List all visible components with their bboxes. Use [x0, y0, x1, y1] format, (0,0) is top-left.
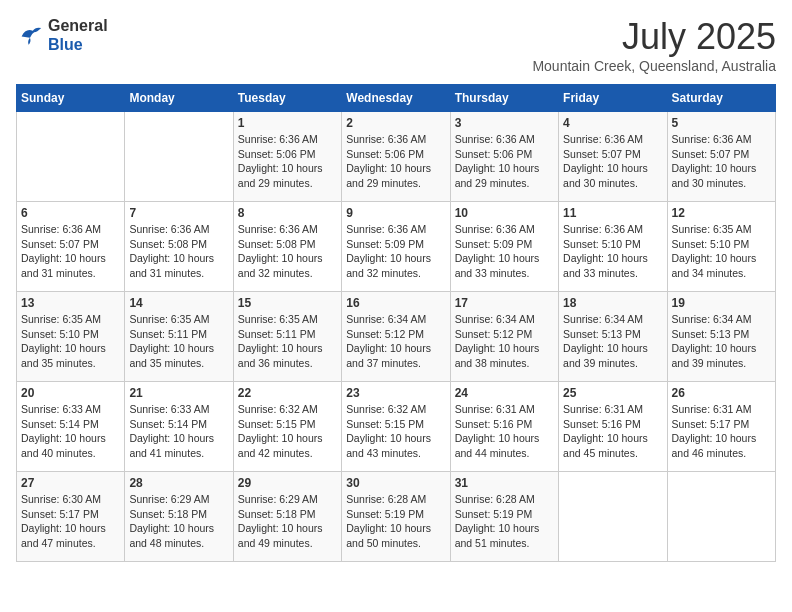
week-row-3: 13Sunrise: 6:35 AM Sunset: 5:10 PM Dayli… [17, 292, 776, 382]
calendar-table: SundayMondayTuesdayWednesdayThursdayFrid… [16, 84, 776, 562]
day-info: Sunrise: 6:33 AM Sunset: 5:14 PM Dayligh… [21, 402, 120, 461]
calendar-cell: 14Sunrise: 6:35 AM Sunset: 5:11 PM Dayli… [125, 292, 233, 382]
week-row-2: 6Sunrise: 6:36 AM Sunset: 5:07 PM Daylig… [17, 202, 776, 292]
day-info: Sunrise: 6:35 AM Sunset: 5:11 PM Dayligh… [238, 312, 337, 371]
weekday-header-row: SundayMondayTuesdayWednesdayThursdayFrid… [17, 85, 776, 112]
day-number: 5 [672, 116, 771, 130]
day-number: 17 [455, 296, 554, 310]
calendar-cell: 19Sunrise: 6:34 AM Sunset: 5:13 PM Dayli… [667, 292, 775, 382]
month-year: July 2025 [532, 16, 776, 58]
calendar-cell [125, 112, 233, 202]
day-info: Sunrise: 6:36 AM Sunset: 5:08 PM Dayligh… [238, 222, 337, 281]
calendar-cell: 8Sunrise: 6:36 AM Sunset: 5:08 PM Daylig… [233, 202, 341, 292]
week-row-5: 27Sunrise: 6:30 AM Sunset: 5:17 PM Dayli… [17, 472, 776, 562]
day-info: Sunrise: 6:35 AM Sunset: 5:11 PM Dayligh… [129, 312, 228, 371]
weekday-header-wednesday: Wednesday [342, 85, 450, 112]
calendar-cell: 28Sunrise: 6:29 AM Sunset: 5:18 PM Dayli… [125, 472, 233, 562]
calendar-cell: 31Sunrise: 6:28 AM Sunset: 5:19 PM Dayli… [450, 472, 558, 562]
day-number: 1 [238, 116, 337, 130]
weekday-header-thursday: Thursday [450, 85, 558, 112]
day-info: Sunrise: 6:36 AM Sunset: 5:06 PM Dayligh… [346, 132, 445, 191]
day-number: 22 [238, 386, 337, 400]
location: Mountain Creek, Queensland, Australia [532, 58, 776, 74]
logo: General Blue [16, 16, 108, 54]
day-number: 2 [346, 116, 445, 130]
day-number: 23 [346, 386, 445, 400]
day-number: 29 [238, 476, 337, 490]
day-number: 8 [238, 206, 337, 220]
day-info: Sunrise: 6:29 AM Sunset: 5:18 PM Dayligh… [129, 492, 228, 551]
day-number: 16 [346, 296, 445, 310]
calendar-cell: 26Sunrise: 6:31 AM Sunset: 5:17 PM Dayli… [667, 382, 775, 472]
day-number: 3 [455, 116, 554, 130]
day-number: 10 [455, 206, 554, 220]
day-info: Sunrise: 6:29 AM Sunset: 5:18 PM Dayligh… [238, 492, 337, 551]
day-info: Sunrise: 6:31 AM Sunset: 5:16 PM Dayligh… [455, 402, 554, 461]
day-info: Sunrise: 6:36 AM Sunset: 5:07 PM Dayligh… [21, 222, 120, 281]
title-area: July 2025 Mountain Creek, Queensland, Au… [532, 16, 776, 74]
day-number: 12 [672, 206, 771, 220]
day-number: 14 [129, 296, 228, 310]
day-number: 18 [563, 296, 662, 310]
day-info: Sunrise: 6:31 AM Sunset: 5:16 PM Dayligh… [563, 402, 662, 461]
day-info: Sunrise: 6:33 AM Sunset: 5:14 PM Dayligh… [129, 402, 228, 461]
day-number: 20 [21, 386, 120, 400]
calendar-cell: 3Sunrise: 6:36 AM Sunset: 5:06 PM Daylig… [450, 112, 558, 202]
calendar-cell: 16Sunrise: 6:34 AM Sunset: 5:12 PM Dayli… [342, 292, 450, 382]
calendar-cell: 15Sunrise: 6:35 AM Sunset: 5:11 PM Dayli… [233, 292, 341, 382]
calendar-cell: 23Sunrise: 6:32 AM Sunset: 5:15 PM Dayli… [342, 382, 450, 472]
day-info: Sunrise: 6:28 AM Sunset: 5:19 PM Dayligh… [455, 492, 554, 551]
day-info: Sunrise: 6:36 AM Sunset: 5:09 PM Dayligh… [455, 222, 554, 281]
day-info: Sunrise: 6:32 AM Sunset: 5:15 PM Dayligh… [238, 402, 337, 461]
day-info: Sunrise: 6:36 AM Sunset: 5:08 PM Dayligh… [129, 222, 228, 281]
day-info: Sunrise: 6:34 AM Sunset: 5:13 PM Dayligh… [563, 312, 662, 371]
day-number: 24 [455, 386, 554, 400]
logo-line2: Blue [48, 35, 108, 54]
week-row-4: 20Sunrise: 6:33 AM Sunset: 5:14 PM Dayli… [17, 382, 776, 472]
day-number: 15 [238, 296, 337, 310]
calendar-cell: 10Sunrise: 6:36 AM Sunset: 5:09 PM Dayli… [450, 202, 558, 292]
day-number: 9 [346, 206, 445, 220]
calendar-cell: 4Sunrise: 6:36 AM Sunset: 5:07 PM Daylig… [559, 112, 667, 202]
calendar-cell [559, 472, 667, 562]
calendar-cell: 29Sunrise: 6:29 AM Sunset: 5:18 PM Dayli… [233, 472, 341, 562]
calendar-cell: 22Sunrise: 6:32 AM Sunset: 5:15 PM Dayli… [233, 382, 341, 472]
calendar-cell: 27Sunrise: 6:30 AM Sunset: 5:17 PM Dayli… [17, 472, 125, 562]
calendar-cell: 2Sunrise: 6:36 AM Sunset: 5:06 PM Daylig… [342, 112, 450, 202]
day-number: 7 [129, 206, 228, 220]
day-info: Sunrise: 6:34 AM Sunset: 5:12 PM Dayligh… [346, 312, 445, 371]
calendar-cell: 30Sunrise: 6:28 AM Sunset: 5:19 PM Dayli… [342, 472, 450, 562]
calendar-cell: 13Sunrise: 6:35 AM Sunset: 5:10 PM Dayli… [17, 292, 125, 382]
calendar-cell: 7Sunrise: 6:36 AM Sunset: 5:08 PM Daylig… [125, 202, 233, 292]
day-number: 28 [129, 476, 228, 490]
calendar-cell: 24Sunrise: 6:31 AM Sunset: 5:16 PM Dayli… [450, 382, 558, 472]
day-info: Sunrise: 6:35 AM Sunset: 5:10 PM Dayligh… [21, 312, 120, 371]
weekday-header-monday: Monday [125, 85, 233, 112]
day-number: 31 [455, 476, 554, 490]
day-info: Sunrise: 6:36 AM Sunset: 5:10 PM Dayligh… [563, 222, 662, 281]
day-info: Sunrise: 6:36 AM Sunset: 5:06 PM Dayligh… [238, 132, 337, 191]
calendar-cell: 1Sunrise: 6:36 AM Sunset: 5:06 PM Daylig… [233, 112, 341, 202]
calendar-cell [17, 112, 125, 202]
day-number: 13 [21, 296, 120, 310]
calendar-cell: 11Sunrise: 6:36 AM Sunset: 5:10 PM Dayli… [559, 202, 667, 292]
day-info: Sunrise: 6:34 AM Sunset: 5:12 PM Dayligh… [455, 312, 554, 371]
day-number: 19 [672, 296, 771, 310]
day-info: Sunrise: 6:36 AM Sunset: 5:07 PM Dayligh… [563, 132, 662, 191]
day-info: Sunrise: 6:36 AM Sunset: 5:06 PM Dayligh… [455, 132, 554, 191]
header: General Blue July 2025 Mountain Creek, Q… [16, 16, 776, 74]
day-number: 21 [129, 386, 228, 400]
day-info: Sunrise: 6:35 AM Sunset: 5:10 PM Dayligh… [672, 222, 771, 281]
week-row-1: 1Sunrise: 6:36 AM Sunset: 5:06 PM Daylig… [17, 112, 776, 202]
day-number: 27 [21, 476, 120, 490]
calendar-cell: 6Sunrise: 6:36 AM Sunset: 5:07 PM Daylig… [17, 202, 125, 292]
calendar-cell: 9Sunrise: 6:36 AM Sunset: 5:09 PM Daylig… [342, 202, 450, 292]
day-number: 4 [563, 116, 662, 130]
day-number: 30 [346, 476, 445, 490]
day-number: 11 [563, 206, 662, 220]
logo-line1: General [48, 16, 108, 35]
logo-icon [16, 21, 44, 49]
calendar-cell: 12Sunrise: 6:35 AM Sunset: 5:10 PM Dayli… [667, 202, 775, 292]
calendar-cell: 21Sunrise: 6:33 AM Sunset: 5:14 PM Dayli… [125, 382, 233, 472]
weekday-header-friday: Friday [559, 85, 667, 112]
